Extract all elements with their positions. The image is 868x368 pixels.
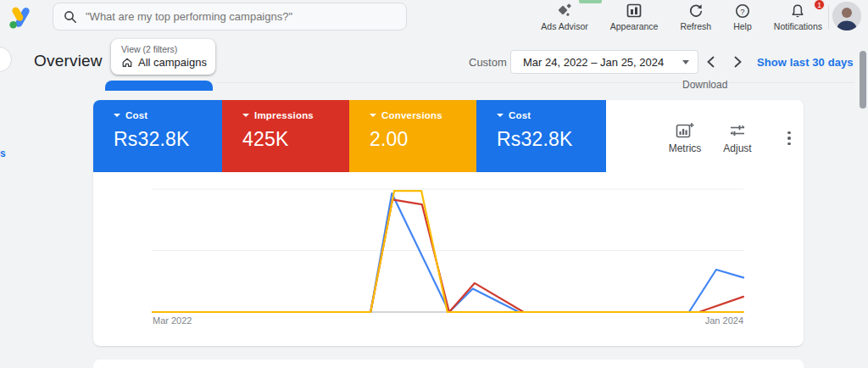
series-conversions: [153, 191, 743, 312]
search-bar[interactable]: [53, 3, 407, 31]
google-ads-logo-icon: [7, 5, 34, 31]
adjust-sliders-icon: [729, 122, 746, 139]
scorecard-value: Rs32.8K: [114, 128, 222, 151]
notification-badge: 1: [814, 0, 825, 10]
notifications-icon: [790, 3, 805, 19]
chart-more-options-button[interactable]: [782, 127, 797, 149]
scorecard-value: 425K: [242, 128, 349, 151]
search-icon: [64, 10, 77, 24]
appearance-icon: [626, 3, 643, 19]
scorecard-value: 2.00: [370, 128, 476, 151]
scorecard-conversions[interactable]: Conversions 2.00: [349, 100, 476, 172]
ads-advisor-icon: [556, 3, 573, 19]
account-avatar[interactable]: [832, 2, 861, 31]
adjust-button[interactable]: Adjust: [717, 122, 758, 154]
top-toolbar: Ads Advisor Appearance Refresh ? Help 1 …: [541, 3, 822, 31]
help-button[interactable]: ? Help: [733, 3, 752, 31]
left-edge-text-fragment: s: [0, 148, 6, 159]
metrics-icon: [676, 122, 694, 139]
view-filter-label: All campaigns: [138, 56, 207, 69]
scorecard-label: Cost: [509, 110, 531, 120]
view-filter-caption: View (2 filters): [121, 44, 207, 54]
metric-caret-icon: [497, 114, 504, 117]
ads-advisor-button[interactable]: Ads Advisor: [541, 3, 587, 31]
view-filter-chip[interactable]: View (2 filters) All campaigns: [111, 39, 215, 75]
toolbar-label: Appearance: [610, 21, 659, 31]
x-axis-end-label: Jan 2024: [687, 315, 743, 326]
metrics-button-label: Metrics: [669, 142, 702, 154]
next-section-card: [93, 360, 804, 368]
scorecard-impressions[interactable]: Impressions 425K: [222, 100, 349, 172]
hidden-blue-button-top[interactable]: [105, 81, 213, 91]
series-cost: [153, 193, 743, 312]
chevron-left-icon: [706, 56, 715, 68]
toolbar-label: Notifications: [774, 21, 822, 31]
collapse-panel-toggle[interactable]: [0, 47, 12, 72]
refresh-icon: [688, 3, 704, 19]
dropdown-caret-icon: [682, 60, 689, 64]
scorecard-value: Rs32.8K: [497, 128, 606, 151]
metric-caret-icon: [370, 114, 376, 117]
series-impressions: [153, 199, 743, 312]
download-label[interactable]: Download: [682, 79, 727, 91]
previous-period-button[interactable]: [700, 52, 721, 72]
scorecard-cost[interactable]: Cost Rs32.8K: [93, 100, 222, 172]
metric-caret-icon: [242, 114, 249, 117]
refresh-button[interactable]: Refresh: [680, 3, 711, 31]
scorecard-row: Cost Rs32.8K Impressions 425K Conversion…: [93, 100, 606, 172]
adjust-button-label: Adjust: [723, 142, 751, 154]
toolbar-label: Help: [733, 21, 752, 31]
avatar-photo: [832, 2, 861, 31]
google-ads-logo[interactable]: [7, 5, 34, 34]
scorecard-label: Impressions: [254, 110, 314, 120]
metrics-button[interactable]: Metrics: [663, 122, 707, 154]
kebab-menu-icon: [787, 131, 791, 135]
date-range-picker[interactable]: Mar 24, 2022 – Jan 25, 2024: [510, 50, 698, 74]
show-last-30-days-link[interactable]: Show last 30 days: [757, 56, 854, 69]
metric-caret-icon: [114, 114, 120, 117]
toolbar-label: Ads Advisor: [541, 21, 587, 31]
home-icon: [121, 57, 133, 68]
next-period-button[interactable]: [727, 52, 748, 72]
scorecard-label: Conversions: [381, 110, 442, 120]
x-axis-start-label: Mar 2022: [153, 315, 192, 326]
page-title: Overview: [34, 52, 103, 70]
scorecard-label: Cost: [125, 110, 147, 120]
appearance-button[interactable]: Appearance: [610, 3, 659, 31]
date-mode-label: Custom: [469, 56, 507, 69]
help-icon: ?: [735, 3, 750, 19]
scorecard-cost-2[interactable]: Cost Rs32.8K: [476, 100, 606, 172]
toolbar-divider: [828, 5, 829, 29]
overview-chart-card: Cost Rs32.8K Impressions 425K Conversion…: [93, 100, 804, 346]
header-divider: [216, 82, 854, 83]
svg-text:?: ?: [740, 7, 744, 16]
vertical-scrollbar[interactable]: [860, 51, 866, 109]
notifications-button[interactable]: 1 Notifications: [774, 3, 822, 31]
search-input[interactable]: [86, 10, 396, 23]
chevron-right-icon: [733, 56, 743, 68]
date-range-value: Mar 24, 2022 – Jan 25, 2024: [523, 56, 676, 69]
toolbar-label: Refresh: [680, 21, 711, 31]
